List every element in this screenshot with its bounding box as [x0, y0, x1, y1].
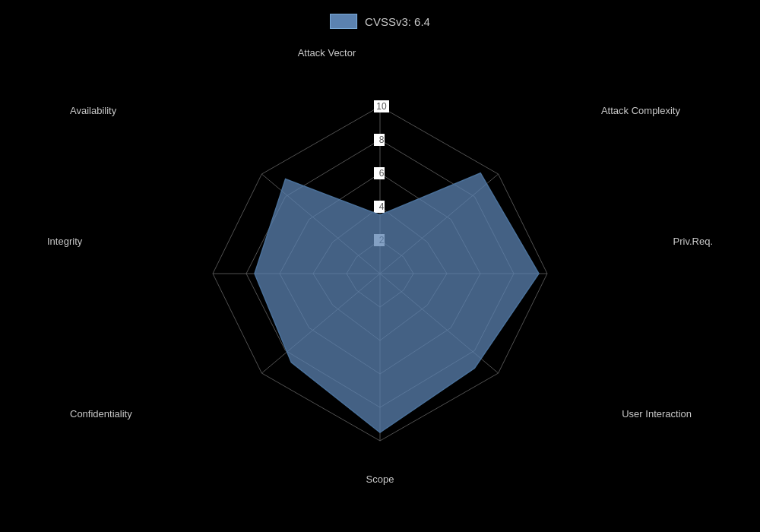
- label-user-interaction: User Interaction: [622, 408, 692, 420]
- chart-container: CVSSv3: 6.4 .grid-line { fill: none; str…: [0, 0, 760, 532]
- label-attack-complexity: Attack Complexity: [601, 105, 680, 116]
- svg-text:4: 4: [379, 201, 385, 212]
- svg-text:8: 8: [379, 135, 385, 145]
- radar-chart: .grid-line { fill: none; stroke: #666; s…: [114, 23, 646, 509]
- svg-text:10: 10: [376, 101, 387, 112]
- label-priv-req: Priv.Req.: [673, 236, 714, 247]
- svg-text:6: 6: [379, 168, 385, 179]
- label-availability: Availability: [70, 105, 116, 116]
- label-confidentiality: Confidentiality: [70, 408, 132, 420]
- label-scope: Scope: [366, 473, 394, 485]
- label-integrity: Integrity: [47, 236, 82, 247]
- label-attack-vector: Attack Vector: [298, 47, 356, 59]
